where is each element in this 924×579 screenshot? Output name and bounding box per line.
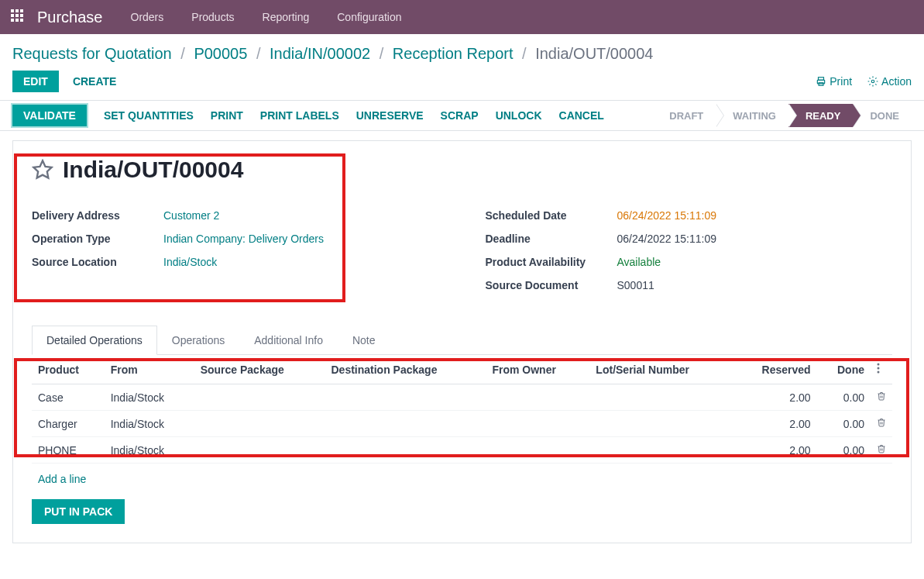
cell-from: India/Stock (105, 411, 194, 437)
status-actions: VALIDATE SET QUANTITIES PRINT PRINT LABE… (12, 101, 604, 130)
breadcrumb-sep: / (380, 45, 384, 62)
cell-from-owner (486, 411, 589, 437)
cell-source-package (194, 437, 325, 464)
tab-operations[interactable]: Operations (157, 326, 239, 355)
stage-ready[interactable]: READY (788, 104, 854, 127)
value-source-document: S00011 (617, 279, 654, 291)
delete-row-button[interactable] (871, 437, 892, 464)
tabs: Detailed Operations Operations Additiona… (32, 326, 892, 355)
cell-product: Charger (32, 411, 105, 437)
put-in-pack-button[interactable]: PUT IN PACK (32, 499, 125, 524)
stage-waiting[interactable]: WAITING (716, 104, 788, 127)
left-controls: EDIT CREATE (12, 71, 116, 92)
breadcrumb-sep: / (256, 45, 261, 62)
top-menu: Orders Products Reporting Configuration (131, 11, 402, 23)
th-from: From (105, 355, 194, 384)
value-operation-type[interactable]: Indian Company: Delivery Orders (163, 233, 324, 245)
validate-button[interactable]: VALIDATE (12, 105, 87, 126)
tab-note[interactable]: Note (338, 326, 390, 355)
table-row[interactable]: PHONEIndia/Stock2.000.00 (32, 437, 892, 464)
cell-done: 0.00 (817, 384, 871, 411)
cell-destination-package (325, 437, 486, 464)
top-menu-configuration[interactable]: Configuration (337, 11, 401, 23)
th-done: Done (817, 355, 871, 384)
breadcrumb-reception-report[interactable]: Reception Report (393, 45, 514, 62)
breadcrumb-p00005[interactable]: P00005 (194, 45, 247, 62)
unreserve-button[interactable]: UNRESERVE (356, 109, 424, 122)
value-source-location[interactable]: India/Stock (163, 256, 217, 268)
th-source-package: Source Package (194, 355, 325, 384)
stage-draft[interactable]: DRAFT (660, 104, 716, 127)
table-wrap: Product From Source Package Destination … (13, 355, 911, 485)
print-action[interactable]: Print (816, 75, 852, 88)
cell-source-package (194, 384, 325, 411)
top-menu-reporting[interactable]: Reporting (263, 11, 310, 23)
unlock-button[interactable]: UNLOCK (496, 109, 542, 122)
top-menu-products[interactable]: Products (191, 11, 234, 23)
breadcrumb: Requests for Quotation / P00005 / India/… (0, 34, 924, 67)
edit-button[interactable]: EDIT (12, 71, 59, 92)
action-dropdown[interactable]: Action (867, 75, 912, 88)
breadcrumb-rfq[interactable]: Requests for Quotation (12, 45, 172, 62)
breadcrumb-india-in[interactable]: India/IN/00002 (270, 45, 370, 62)
label-scheduled-date: Scheduled Date (486, 209, 617, 222)
table-row[interactable]: CaseIndia/Stock2.000.00 (32, 384, 892, 411)
kebab-icon[interactable] (877, 363, 880, 374)
gear-icon (867, 76, 878, 87)
app-title: Purchase (37, 9, 103, 26)
trash-icon (877, 391, 886, 402)
cell-reserved: 2.00 (733, 411, 816, 437)
label-product-availability: Product Availability (486, 256, 617, 268)
delete-row-button[interactable] (871, 384, 892, 411)
cell-lot-serial (589, 437, 733, 464)
cancel-button[interactable]: CANCEL (559, 109, 604, 122)
set-quantities-button[interactable]: SET QUANTITIES (104, 109, 194, 122)
print-button[interactable]: PRINT (211, 109, 243, 122)
value-product-availability: Available (617, 256, 661, 268)
svg-point-6 (878, 367, 880, 370)
stage-done[interactable]: DONE (853, 104, 912, 127)
status-stages: DRAFT WAITING READY DONE (660, 101, 912, 130)
info-col-left: Delivery Address Customer 2 Operation Ty… (32, 209, 439, 302)
cell-lot-serial (589, 384, 733, 411)
print-labels-button[interactable]: PRINT LABELS (260, 109, 339, 122)
delete-row-button[interactable] (871, 411, 892, 437)
label-source-location: Source Location (32, 256, 163, 268)
cell-from-owner (486, 437, 589, 464)
svg-point-7 (878, 371, 880, 374)
value-scheduled-date: 06/24/2022 15:11:09 (617, 209, 716, 222)
th-product: Product (32, 355, 105, 384)
svg-point-3 (871, 80, 874, 83)
cell-product: PHONE (32, 437, 105, 464)
tab-detailed-operations[interactable]: Detailed Operations (32, 326, 157, 355)
cell-done: 0.00 (817, 411, 871, 437)
tab-additional-info[interactable]: Additional Info (239, 326, 338, 355)
value-deadline: 06/24/2022 15:11:09 (617, 233, 716, 245)
star-icon[interactable] (32, 159, 53, 181)
label-deadline: Deadline (486, 233, 617, 245)
table-row[interactable]: ChargerIndia/Stock2.000.00 (32, 411, 892, 437)
add-line-link[interactable]: Add a line (32, 464, 92, 485)
th-destination-package: Destination Package (325, 355, 486, 384)
apps-icon[interactable] (11, 9, 26, 25)
breadcrumb-sep: / (522, 45, 527, 62)
th-delete (871, 355, 892, 384)
svg-point-5 (878, 364, 880, 366)
cell-lot-serial (589, 411, 733, 437)
trash-icon (877, 417, 886, 428)
top-menu-orders[interactable]: Orders (131, 11, 164, 23)
svg-marker-4 (33, 160, 51, 177)
value-delivery-address[interactable]: Customer 2 (163, 209, 219, 222)
th-reserved: Reserved (733, 355, 816, 384)
topbar: Purchase Orders Products Reporting Confi… (0, 0, 924, 34)
print-icon (816, 76, 826, 87)
scrap-button[interactable]: SCRAP (441, 109, 479, 122)
record-title: India/OUT/00004 (63, 157, 243, 183)
cell-reserved: 2.00 (733, 437, 816, 464)
breadcrumb-sep: / (180, 45, 185, 62)
create-button[interactable]: CREATE (73, 75, 117, 88)
th-lot-serial: Lot/Serial Number (589, 355, 733, 384)
label-source-document: Source Document (486, 279, 617, 291)
cell-product: Case (32, 384, 105, 411)
info-col-right: Scheduled Date 06/24/2022 15:11:09 Deadl… (486, 209, 893, 302)
